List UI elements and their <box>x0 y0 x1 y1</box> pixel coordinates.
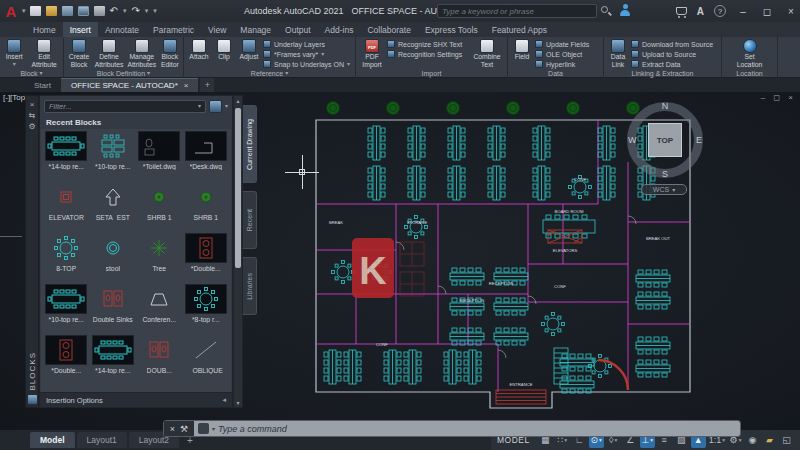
layout-tab-layout1[interactable]: Layout1 <box>77 432 127 448</box>
block-item[interactable]: 8-TOP <box>43 233 90 284</box>
block-item[interactable]: *14-top re... <box>43 131 90 182</box>
insert-block-button[interactable]: Insert ▾ <box>2 38 26 67</box>
file-tab-close-icon[interactable]: × <box>184 81 189 90</box>
viewcube-south[interactable]: S <box>662 169 668 179</box>
recent-commands-icon[interactable] <box>198 423 209 434</box>
help-icon[interactable]: ? <box>714 5 726 17</box>
create-block-button[interactable]: Create Block <box>66 38 92 68</box>
define-attributes-button[interactable]: Define Attributes <box>93 38 125 68</box>
search-icon[interactable] <box>601 6 608 13</box>
ole-object-button[interactable]: OLE Object <box>535 50 589 58</box>
tab-express-tools[interactable]: Express Tools <box>418 22 485 37</box>
block-item[interactable]: DOUB... <box>136 335 183 386</box>
layout-tab-model[interactable]: Model <box>30 432 75 448</box>
block-item[interactable]: *Double... <box>183 233 230 284</box>
block-item[interactable]: *Double... <box>43 335 90 386</box>
block-item[interactable]: *Toilet.dwg <box>136 131 183 182</box>
filter-combobox[interactable]: Filter... ▾ <box>44 100 206 113</box>
set-location-button[interactable]: Set Location <box>733 38 767 68</box>
block-item[interactable]: *14-top re... <box>90 335 137 386</box>
tab-output[interactable]: Output <box>278 22 318 37</box>
block-item[interactable]: SHRB 1 <box>136 182 183 233</box>
combine-text-button[interactable]: Combine Text <box>470 38 504 68</box>
autodesk-account-icon[interactable]: A <box>697 6 704 17</box>
viewcube[interactable]: N S E W TOP <box>627 102 703 178</box>
download-from-source-button[interactable]: Download from Source <box>631 40 713 48</box>
block-item[interactable]: _OBLIQUE <box>183 335 230 386</box>
block-item[interactable]: *Desk.dwg <box>183 131 230 182</box>
palette-scrollbar[interactable]: ▴ ▾ <box>233 95 243 408</box>
edit-attribute-button[interactable]: Edit Attribute <box>27 38 61 68</box>
attach-button[interactable]: Attach <box>186 38 212 61</box>
search-input[interactable] <box>438 7 596 16</box>
underlay-layers-button[interactable]: Underlay Layers <box>263 40 350 48</box>
block-item[interactable]: Tree <box>136 233 183 284</box>
tab-manage[interactable]: Manage <box>233 22 278 37</box>
viewport-window-buttons[interactable]: – ◻ × <box>761 93 796 102</box>
clip-button[interactable]: Clip <box>213 38 235 61</box>
block-item[interactable]: ELEVATOR <box>43 182 90 233</box>
tab-home[interactable]: Home <box>26 22 63 37</box>
field-button[interactable]: Field <box>510 38 534 61</box>
block-item[interactable]: *8-top r... <box>183 284 230 335</box>
save-as-icon[interactable] <box>78 6 89 16</box>
app-store-cart-icon[interactable] <box>676 7 687 15</box>
recent-commands-caret-icon[interactable]: ▾ <box>212 425 215 432</box>
restore-button[interactable]: ◻ <box>760 6 774 17</box>
tab-insert[interactable]: Insert <box>63 22 98 37</box>
gallery-caret-icon[interactable]: ▾ <box>225 103 228 109</box>
panel-label-reference[interactable]: Reference▾ <box>184 68 355 78</box>
viewcube-east[interactable]: E <box>696 135 702 145</box>
autocad-logo-icon[interactable]: A <box>0 0 22 22</box>
graphics-performance-icon[interactable]: ▰ <box>762 433 777 448</box>
undo-caret-icon[interactable]: ▾ <box>123 7 127 15</box>
tab-add-ins[interactable]: Add-ins <box>318 22 361 37</box>
search-box[interactable] <box>437 4 597 18</box>
new-file-icon[interactable] <box>30 6 41 16</box>
frames-vary-button[interactable]: *Frames vary* ▾ <box>263 50 350 58</box>
block-item[interactable]: Conferen... <box>136 284 183 335</box>
minimize-button[interactable]: – <box>736 6 750 17</box>
qat-customize-caret-icon[interactable]: ▾ <box>153 7 157 15</box>
pdf-import-button[interactable]: PDF PDF Import <box>358 38 386 68</box>
undo-icon[interactable]: ↶ <box>110 6 118 16</box>
sign-in-icon[interactable] <box>620 4 630 17</box>
redo-caret-icon[interactable]: ▾ <box>145 7 149 15</box>
block-editor-button[interactable]: Block Editor <box>159 38 181 68</box>
clean-screen-icon[interactable]: ◱ <box>779 433 794 448</box>
palette-autohide-icon[interactable]: ⇆ <box>29 110 36 121</box>
app-menu-caret-icon[interactable]: ▾ <box>22 7 26 15</box>
block-item[interactable]: *10-top re... <box>43 284 90 335</box>
update-fields-button[interactable]: Update Fields <box>535 40 589 48</box>
upload-to-source-button[interactable]: Upload to Source <box>631 50 713 58</box>
command-input[interactable]: ▾ Type a command <box>194 421 740 436</box>
file-tab-office-space[interactable]: OFFICE SPACE - AUTOCAD* × <box>61 78 199 92</box>
tab-featured-apps[interactable]: Featured Apps <box>485 22 554 37</box>
viewcube-top-face[interactable]: TOP <box>648 123 682 157</box>
palette-tab-libraries[interactable]: Libraries <box>243 257 257 315</box>
insertion-options-collapse-icon[interactable]: ◂ <box>222 396 226 404</box>
block-item[interactable]: SHRB 1 <box>183 182 230 233</box>
new-drawing-tab-button[interactable]: + <box>200 78 214 92</box>
close-button[interactable]: × <box>784 6 798 17</box>
save-icon[interactable] <box>62 6 73 16</box>
manage-attributes-button[interactable]: Manage Attributes <box>126 38 158 68</box>
palette-close-icon[interactable]: × <box>30 99 35 110</box>
adjust-button[interactable]: Adjust <box>236 38 262 61</box>
recognize-shx-button[interactable]: Recognize SHX Text <box>387 40 469 48</box>
redo-icon[interactable]: ↷ <box>131 6 139 16</box>
tab-collaborate[interactable]: Collaborate <box>360 22 417 37</box>
insertion-options-bar[interactable]: Insertion Options ◂ <box>40 392 232 407</box>
file-tab-start[interactable]: Start <box>0 78 61 92</box>
data-link-button[interactable]: Data Link <box>606 38 630 68</box>
command-close-icon[interactable]: × <box>170 424 175 434</box>
command-customize-wrench-icon[interactable]: ⚒ <box>180 424 188 434</box>
panel-label-linking[interactable]: Linking & Extraction <box>604 68 721 78</box>
extract-data-button[interactable]: Extract Data <box>631 60 713 68</box>
palette-tab-current-drawing[interactable]: Current Drawing <box>243 105 257 183</box>
recognition-settings-button[interactable]: Recognition Settings <box>387 50 469 58</box>
viewcube-north[interactable]: N <box>662 101 669 111</box>
open-file-icon[interactable] <box>46 6 57 16</box>
panel-label-data[interactable]: Data <box>508 68 603 78</box>
plot-icon[interactable] <box>94 6 105 16</box>
